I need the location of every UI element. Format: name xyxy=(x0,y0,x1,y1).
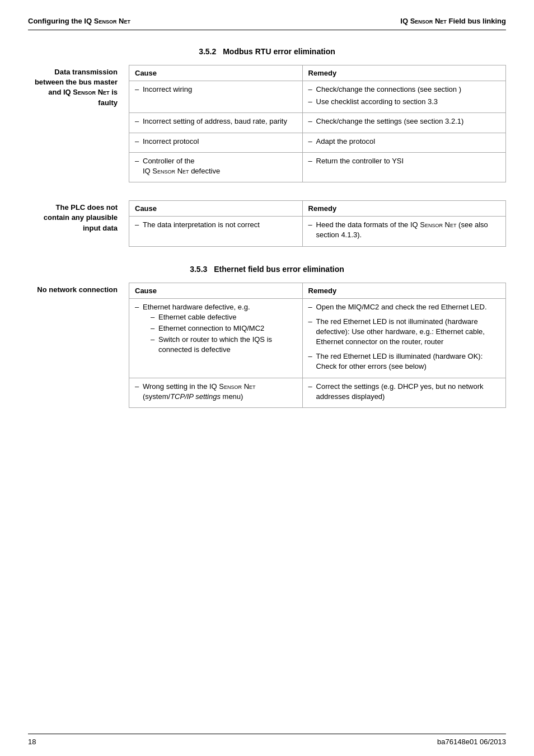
cause-header: Cause xyxy=(129,283,303,298)
plc-table-section: The PLC does not contain any plausible i… xyxy=(28,200,506,246)
cause-cell: Wrong setting in the IQ Sensor Net (syst… xyxy=(129,378,303,407)
list-item: The red Ethernet LED is illuminated (har… xyxy=(308,351,500,372)
list-item: Incorrect setting of address, baud rate,… xyxy=(135,116,297,126)
remedy-list: Open the MIQ/MC2 and check the red Ether… xyxy=(308,302,500,372)
cause-list: Ethernet hardware defective, e.g. Ethern… xyxy=(135,302,297,355)
modbus-table-label: Data transmission between the bus master… xyxy=(28,65,129,108)
list-item: Ethernet hardware defective, e.g. Ethern… xyxy=(135,302,297,355)
list-item: Check/change the connections (see sectio… xyxy=(308,84,500,95)
table-row: Incorrect setting of address, baud rate,… xyxy=(129,113,506,133)
ethernet-table: Cause Remedy Ethernet hardware defective… xyxy=(129,283,506,408)
list-item: Check/change the settings (see section 3… xyxy=(308,116,500,126)
list-item: Incorrect protocol xyxy=(135,137,297,147)
table-row: Incorrect wiring Check/change the connec… xyxy=(129,81,506,113)
cause-list: Wrong setting in the IQ Sensor Net (syst… xyxy=(135,382,297,402)
section-353-title: 3.5.3 Ethernet field bus error eliminati… xyxy=(28,265,506,274)
list-item: Incorrect wiring xyxy=(135,84,297,95)
list-item: Switch or router to which the IQS is con… xyxy=(143,335,297,355)
table-row: Controller of theIQ Sensor Net defective… xyxy=(129,152,506,182)
header-left: Configuring the IQ Sensor Net xyxy=(28,17,130,25)
cause-cell: The data interpretation is not correct xyxy=(129,217,303,246)
list-item: Wrong setting in the IQ Sensor Net (syst… xyxy=(135,382,297,402)
list-item: Ethernet cable defective xyxy=(143,312,297,322)
ethernet-table-label: No network connection xyxy=(28,283,129,295)
modbus-table-header-row: Cause Remedy xyxy=(129,65,506,81)
remedy-cell: Adapt the protocol xyxy=(302,133,505,152)
page: Configuring the IQ Sensor Net IQ Sensor … xyxy=(0,0,534,756)
plc-table: Cause Remedy The data interpretation is … xyxy=(129,200,506,246)
page-number: 18 xyxy=(28,738,36,746)
list-item: Correct the settings (e.g. DHCP yes, but… xyxy=(308,382,500,402)
ethernet-table-header-row: Cause Remedy xyxy=(129,283,506,298)
list-item: Controller of theIQ Sensor Net defective xyxy=(135,156,297,176)
cause-cell: Controller of theIQ Sensor Net defective xyxy=(129,152,303,182)
list-item: The data interpretation is not correct xyxy=(135,220,297,230)
cause-list: Incorrect protocol xyxy=(135,137,297,147)
page-footer: 18 ba76148e01 06/2013 xyxy=(28,734,506,746)
remedy-list: Adapt the protocol xyxy=(308,137,500,147)
remedy-list: Check/change the settings (see section 3… xyxy=(308,116,500,126)
plc-table-label: The PLC does not contain any plausible i… xyxy=(28,200,129,233)
cause-header: Cause xyxy=(129,65,303,81)
modbus-table: Cause Remedy Incorrect wiring Check/chan… xyxy=(129,65,506,182)
remedy-list: Correct the settings (e.g. DHCP yes, but… xyxy=(308,382,500,402)
remedy-header: Remedy xyxy=(302,283,505,298)
list-item: Return the controller to YSI xyxy=(308,156,500,166)
remedy-cell: Check/change the connections (see sectio… xyxy=(302,81,505,113)
remedy-header: Remedy xyxy=(302,65,505,81)
modbus-table-section: Data transmission between the bus master… xyxy=(28,65,506,182)
section-352-title: 3.5.2 Modbus RTU error elimination xyxy=(28,47,506,56)
list-item: Heed the data formats of the IQ Sensor N… xyxy=(308,220,500,240)
cause-cell: Ethernet hardware defective, e.g. Ethern… xyxy=(129,298,303,378)
cause-cell: Incorrect protocol xyxy=(129,133,303,152)
table-row: The data interpretation is not correct H… xyxy=(129,217,506,246)
cause-list: Incorrect wiring xyxy=(135,84,297,95)
table-row: Ethernet hardware defective, e.g. Ethern… xyxy=(129,298,506,378)
remedy-cell: Return the controller to YSI xyxy=(302,152,505,182)
remedy-cell: Open the MIQ/MC2 and check the red Ether… xyxy=(302,298,505,378)
remedy-list: Heed the data formats of the IQ Sensor N… xyxy=(308,220,500,240)
list-item: The red Ethernet LED is not illuminated … xyxy=(308,317,500,348)
cause-list: Controller of theIQ Sensor Net defective xyxy=(135,156,297,176)
cause-cell: Incorrect setting of address, baud rate,… xyxy=(129,113,303,133)
ethernet-table-section: No network connection Cause Remedy Ether… xyxy=(28,283,506,408)
table-row: Wrong setting in the IQ Sensor Net (syst… xyxy=(129,378,506,407)
remedy-header: Remedy xyxy=(302,201,505,217)
remedy-list: Return the controller to YSI xyxy=(308,156,500,166)
list-item: Open the MIQ/MC2 and check the red Ether… xyxy=(308,302,500,312)
page-header: Configuring the IQ Sensor Net IQ Sensor … xyxy=(28,17,506,30)
remedy-list: Check/change the connections (see sectio… xyxy=(308,84,500,107)
list-item: Use checklist according to section 3.3 xyxy=(308,97,500,107)
cause-list: Incorrect setting of address, baud rate,… xyxy=(135,116,297,126)
cause-cell: Incorrect wiring xyxy=(129,81,303,113)
doc-ref: ba76148e01 06/2013 xyxy=(437,738,506,746)
list-item: Ethernet connection to MIQ/MC2 xyxy=(143,323,297,334)
remedy-cell: Correct the settings (e.g. DHCP yes, but… xyxy=(302,378,505,407)
plc-table-header-row: Cause Remedy xyxy=(129,201,506,217)
remedy-cell: Heed the data formats of the IQ Sensor N… xyxy=(302,217,505,246)
cause-sublist: Ethernet cable defective Ethernet connec… xyxy=(143,312,297,355)
cause-list: The data interpretation is not correct xyxy=(135,220,297,230)
list-item: Adapt the protocol xyxy=(308,137,500,147)
remedy-cell: Check/change the settings (see section 3… xyxy=(302,113,505,133)
header-right: IQ Sensor Net Field bus linking xyxy=(400,17,506,25)
table-row: Incorrect protocol Adapt the protocol xyxy=(129,133,506,152)
cause-header: Cause xyxy=(129,201,303,217)
